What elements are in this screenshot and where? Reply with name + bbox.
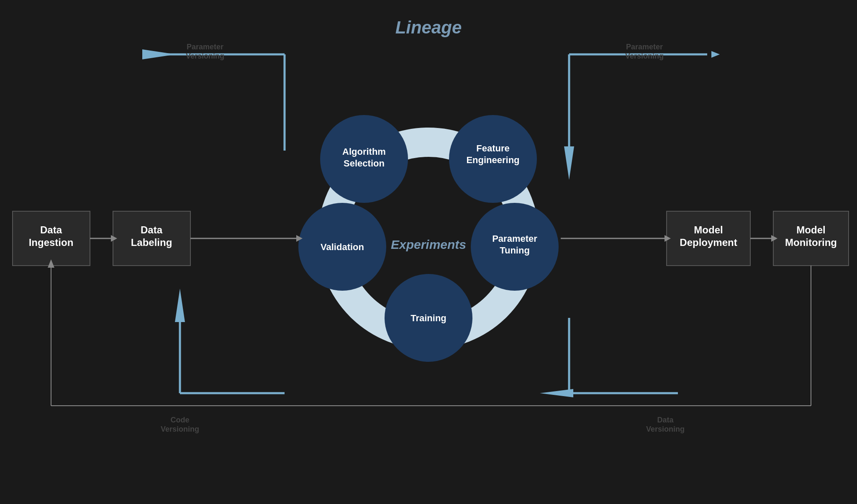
- parameter-label-2: Tuning: [500, 245, 530, 256]
- experiments-label: Experiments: [391, 238, 466, 251]
- main-container: Lineage Experiments Algorithm Selection …: [0, 0, 857, 504]
- data-versioning-label-2: Versioning: [646, 425, 685, 433]
- param-versioning-left-arrow: [142, 49, 176, 59]
- param-versioning-right-arrow-down: [564, 146, 574, 180]
- data-ingestion-label-2: Ingestion: [29, 237, 74, 248]
- node-parameter-circle: [471, 203, 559, 291]
- model-monitoring-label-1: Model: [796, 224, 825, 235]
- param-versioning-right-label-2: Versioning: [625, 52, 664, 60]
- param-versioning-right-label-1: Parameter: [626, 43, 663, 51]
- data-labeling-label-2: Labeling: [131, 237, 172, 248]
- node-feature-circle: [449, 115, 537, 203]
- data-versioning-arrow: [540, 389, 573, 397]
- param-versioning-left-label-1: Parameter: [187, 43, 223, 51]
- node-algorithm-circle: [320, 115, 408, 203]
- arrow-deployment-monitoring-head: [771, 235, 777, 242]
- feature-label-2: Engineering: [466, 155, 519, 165]
- arrow-labeling-cycle-head: [296, 235, 303, 242]
- data-ingestion-box: [13, 211, 90, 266]
- model-deployment-box: [667, 211, 750, 266]
- cycle-ring: [332, 142, 525, 335]
- lineage-label: Lineage: [395, 18, 462, 37]
- data-ingestion-label-1: Data: [40, 224, 62, 235]
- arrow-cycle-deployment-head: [665, 235, 671, 242]
- validation-label: Validation: [321, 242, 364, 252]
- feature-label-1: Feature: [476, 143, 509, 154]
- training-label: Training: [411, 313, 446, 323]
- param-versioning-right-arrow-right: [711, 51, 720, 58]
- data-labeling-box: [113, 211, 190, 266]
- parameter-label-1: Parameter: [492, 233, 537, 244]
- data-versioning-label-1: Data: [657, 416, 674, 424]
- algorithm-label-2: Selection: [344, 158, 385, 169]
- code-versioning-label-1: Code: [171, 416, 190, 424]
- data-labeling-label-1: Data: [141, 224, 163, 235]
- param-versioning-left-label-2: Versioning: [186, 52, 224, 60]
- model-deployment-label-1: Model: [694, 224, 723, 235]
- node-training-circle: [385, 274, 472, 362]
- node-validation-circle: [298, 203, 386, 291]
- model-deployment-label-2: Deployment: [680, 237, 737, 248]
- arrow-ingestion-labeling-head: [111, 235, 117, 242]
- model-monitoring-label-2: Monitoring: [785, 237, 837, 248]
- model-monitoring-box: [773, 211, 849, 266]
- algorithm-label-1: Algorithm: [342, 146, 386, 157]
- diagram-svg: Lineage Experiments Algorithm Selection …: [0, 0, 857, 504]
- feedback-arrow-head: [48, 259, 54, 268]
- code-versioning-label-2: Versioning: [161, 425, 199, 433]
- code-versioning-arrow: [175, 289, 185, 322]
